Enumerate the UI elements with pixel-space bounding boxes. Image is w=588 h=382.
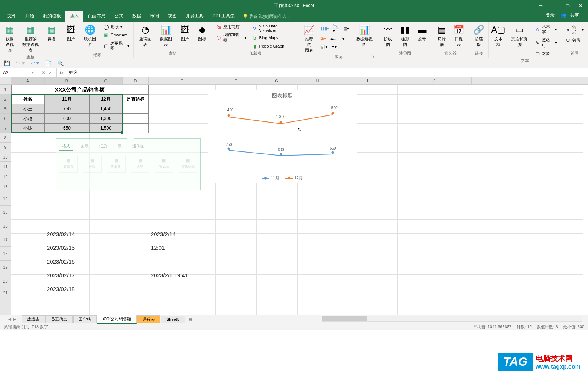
group-charts-label[interactable]: 图表 <box>302 54 376 60</box>
fx-icon[interactable]: fx <box>57 70 66 75</box>
recommended-pivot-button[interactable]: ▦推荐的 数据透视表 <box>19 23 42 54</box>
table-button[interactable]: ▦表格 <box>44 23 59 43</box>
sheet-tab-2[interactable]: 员工信息 <box>45 315 73 323</box>
cell-b19[interactable]: 2023/02/18 <box>47 286 75 292</box>
table-title[interactable]: XXX公司产品销售额 <box>11 85 149 94</box>
select-all-corner[interactable] <box>0 77 11 84</box>
name-box[interactable]: A2 <box>0 68 37 77</box>
row-header-18[interactable]: 18 <box>0 247 11 261</box>
redo-icon[interactable]: ↷ ▾ <box>16 60 25 66</box>
add-sheet-button[interactable]: ⊕ <box>185 316 196 323</box>
tab-file[interactable]: 文件 <box>3 11 21 22</box>
cell-e15[interactable]: 2023/2/14 <box>151 231 176 237</box>
row-header-19[interactable]: 19 <box>0 261 11 274</box>
quick-analysis-popup[interactable]: 格式 图表 汇总 表 迷你图 ▦数据条 ▦色阶 ▦图标集 ▦大于 ▦前 10% … <box>56 138 201 190</box>
scroll-thumb[interactable] <box>322 316 367 321</box>
pie-chart-button[interactable]: ◕▾ <box>319 36 328 42</box>
tab-insert[interactable]: 插入 <box>65 11 83 22</box>
cell-r6-m12[interactable]: 1,300 <box>89 114 123 123</box>
shapes-button[interactable]: ◯形状 ▾ <box>102 23 131 30</box>
chart-title[interactable]: 图表标题 <box>210 92 354 99</box>
minimize-icon[interactable]: — <box>549 2 559 9</box>
symbol-button[interactable]: Ω符号 <box>563 36 585 44</box>
qa-tab-sum[interactable]: 汇总 <box>96 142 110 151</box>
row-header-14[interactable]: 14 <box>0 192 11 206</box>
chart-plot[interactable]: 1,450 1,300 1,500 750 600 650 <box>210 102 351 173</box>
object-button[interactable]: ▢对象 <box>533 50 559 57</box>
tab-view[interactable]: 视图 <box>163 11 181 22</box>
row-header-13[interactable]: 13 <box>0 182 11 192</box>
bar-chart-button[interactable]: ▮▮▮▾ <box>319 23 331 34</box>
pivottable-button[interactable]: ▦数据 透视表 <box>2 23 17 54</box>
row-header-17[interactable]: 17 <box>0 233 11 247</box>
row-header-16[interactable]: 16 <box>0 219 11 233</box>
header-m11[interactable]: 11月 <box>45 94 89 104</box>
col-header-A[interactable]: A <box>11 77 45 84</box>
qa-databars[interactable]: ▦数据条 <box>59 155 78 173</box>
undo-icon[interactable]: ↶ ▾ <box>30 60 39 66</box>
col-header-B[interactable]: B <box>45 77 89 84</box>
pivotchart-button[interactable]: 📊数据透视图 <box>353 23 376 48</box>
row-header-11[interactable]: 11 <box>0 162 11 172</box>
col-header-F[interactable]: F <box>215 77 256 84</box>
chart-container[interactable]: 图表标题 1,450 1,300 1,500 750 600 650 11 <box>208 90 357 183</box>
tab-mytemplates[interactable]: 我的模板 <box>39 11 65 22</box>
row-header-1[interactable]: 1 <box>0 85 11 94</box>
cell-b18[interactable]: 2023/02/17 <box>47 272 75 278</box>
qa-tab-table[interactable]: 表 <box>115 142 125 151</box>
close-icon[interactable]: ✕ <box>576 2 585 9</box>
row-header-5[interactable]: 5 <box>0 104 11 114</box>
cell-r7-m12[interactable]: 1,500 <box>89 123 123 133</box>
cell-r7-name[interactable]: 小陈 <box>11 123 45 133</box>
sheet-tab-6[interactable]: Sheet5 <box>161 316 185 323</box>
new-icon[interactable]: 🔍 <box>57 60 64 66</box>
sheet-nav-prev[interactable]: ◀ <box>7 317 12 321</box>
column-headers[interactable]: A B C D E F G H I J <box>0 77 588 85</box>
headerfooter-button[interactable]: ▭页眉和页脚 <box>508 23 531 48</box>
row-header-12[interactable]: 12 <box>0 172 11 182</box>
slicer-button[interactable]: ▤切片器 <box>434 23 449 48</box>
qa-clear[interactable]: ▦清除格式 <box>179 155 197 173</box>
textbox-button[interactable]: A▢文本框 <box>491 23 506 48</box>
peoplegraph-button[interactable]: ▮People Graph <box>250 42 297 50</box>
sparkline-winloss-button[interactable]: ▬盈亏 <box>415 23 429 43</box>
line-chart-button[interactable]: 📉▾ <box>331 23 341 34</box>
recommended-charts-button[interactable]: 📈推荐的 图表 <box>302 23 316 54</box>
row-header-8[interactable]: 8 <box>0 133 11 143</box>
col-header-G[interactable]: G <box>256 77 297 84</box>
cell-r5-m12[interactable]: 1,450 <box>89 104 123 114</box>
data-chart-button[interactable]: 📊数据图表 <box>157 23 175 48</box>
row-header-20[interactable]: 20 <box>0 274 11 288</box>
row-headers[interactable]: 1 2 5 6 7 8 9 10 11 12 13 14 15 16 17 18… <box>0 85 11 315</box>
cell-r6-m11[interactable]: 600 <box>45 114 89 123</box>
smartart-button[interactable]: ▣SmartArt <box>102 31 131 39</box>
tab-developer[interactable]: 开发工具 <box>181 11 208 22</box>
material-icon-button[interactable]: ◆图标 <box>195 23 209 43</box>
tab-formulas[interactable]: 公式 <box>110 11 128 22</box>
save-icon[interactable]: 💾 <box>4 60 10 66</box>
col-header-I[interactable]: I <box>338 77 397 84</box>
cell-b17[interactable]: 2023/02/16 <box>47 258 75 265</box>
geo-chart-button[interactable]: ◔逻辑图表 <box>136 23 155 48</box>
sheet-tab-1[interactable]: 成绩表 <box>22 315 45 323</box>
material-pic-button[interactable]: 🖼图片 <box>178 23 192 43</box>
tell-me-search[interactable]: 💡 告诉我您想要做什么... <box>243 14 290 22</box>
tab-pagelayout[interactable]: 页面布局 <box>83 11 110 22</box>
cancel-formula-icon[interactable]: ✕ <box>42 70 45 75</box>
header-m12[interactable]: 12月 <box>89 94 123 104</box>
cell-r6-name[interactable]: 小赵 <box>11 114 45 123</box>
tab-review[interactable]: 审阅 <box>146 11 163 22</box>
row-header-6[interactable]: 6 <box>0 114 11 123</box>
tab-data[interactable]: 数据 <box>128 11 146 22</box>
myaddins-button[interactable]: ⬡我的加载项 ▾ <box>214 31 248 44</box>
row-header-7[interactable]: 7 <box>0 123 11 133</box>
area-chart-button[interactable]: ⛰▾ <box>328 36 338 42</box>
timeline-button[interactable]: 📅日程表 <box>451 23 466 48</box>
cell-r5-m11[interactable]: 750 <box>45 104 89 114</box>
hyperlink-button[interactable]: 🔗超链接 <box>471 23 486 48</box>
qa-tab-chart[interactable]: 图表 <box>78 142 92 151</box>
cell-r5-name[interactable]: 小王 <box>11 104 45 114</box>
scatter-chart-button[interactable]: ∴▾ <box>338 36 346 42</box>
wordart-button[interactable]: A艺术字 ▾ <box>533 23 559 36</box>
cell-e18[interactable]: 2023/2/15 9:41 <box>151 272 188 278</box>
